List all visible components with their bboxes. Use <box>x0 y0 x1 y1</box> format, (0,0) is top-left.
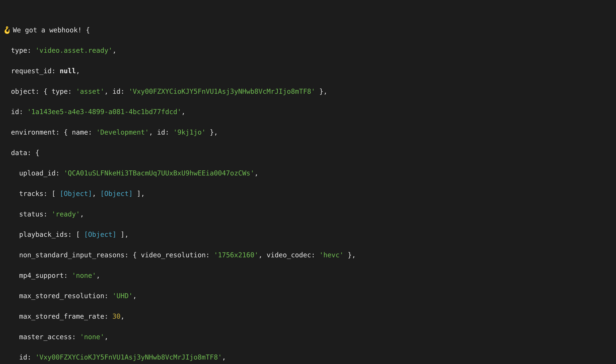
hook-icon: 🪝 <box>3 26 11 34</box>
upload-id: 'QCA01uSLFNkeHi3TBacmUq7UUxBxU9hwEEia004… <box>64 169 254 177</box>
object-id: 'Vxy00FZXYCioKJY5FnVU1Asj3yNHwb8VcMrJIjo… <box>129 88 315 95</box>
master-access: 'none' <box>80 333 104 341</box>
video-codec: 'hevc' <box>319 251 344 259</box>
tracks-object: [Object] <box>100 190 133 197</box>
data-id: 'Vxy00FZXYCioKJY5FnVU1Asj3yNHwb8VcMrJIjo… <box>35 353 222 361</box>
request-id: null <box>60 67 76 75</box>
env-name: 'Development' <box>96 128 149 136</box>
intro-text: We got a webhook! <box>13 26 82 34</box>
max-stored-frame-rate: 30 <box>112 312 121 320</box>
mp4-support: 'none' <box>72 272 96 279</box>
env-id: '9kj1jo' <box>173 128 206 136</box>
playback-object: [Object] <box>84 231 116 238</box>
video-resolution: '1756x2160' <box>214 251 259 259</box>
object-type: 'asset' <box>76 88 104 95</box>
webhook-type: 'video.asset.ready' <box>35 46 112 54</box>
max-stored-resolution: 'UHD' <box>112 292 133 300</box>
console-output: 🪝We got a webhook! { type: 'video.asset.… <box>0 0 616 364</box>
tracks-object: [Object] <box>60 190 92 197</box>
webhook-id: '1a143ee5-a4e3-4899-a081-4bc1bd77fdcd' <box>27 108 181 116</box>
status: 'ready' <box>52 210 80 218</box>
